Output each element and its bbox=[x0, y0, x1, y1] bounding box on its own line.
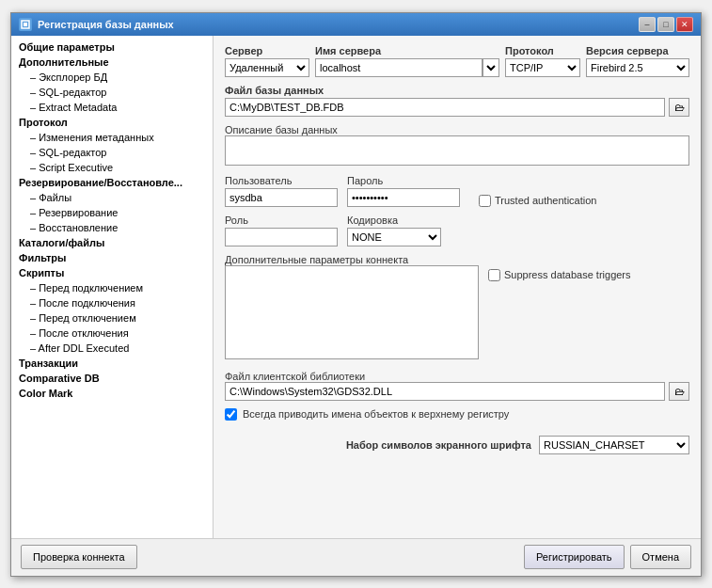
title-buttons: – □ ✕ bbox=[639, 17, 693, 32]
password-input[interactable] bbox=[347, 188, 460, 207]
server-version-label: Версия сервера bbox=[586, 45, 689, 56]
charset-select[interactable]: RUSSIAN_CHARSETDEFAULT_CHARSETANSI_CHARS… bbox=[539, 436, 689, 454]
client-lib-input[interactable] bbox=[225, 382, 665, 401]
sidebar: Общие параметры Дополнительные – Эксплор… bbox=[11, 36, 214, 538]
sidebar-item-comparative-db[interactable]: Comparative DB bbox=[11, 371, 213, 386]
user-pass-section: Пользователь Пароль Trusted authenticati… bbox=[225, 175, 689, 207]
server-type-label: Сервер bbox=[225, 45, 309, 56]
trusted-auth-checkbox[interactable] bbox=[479, 195, 491, 207]
user-group: Пользователь bbox=[225, 175, 338, 207]
sidebar-item-restore[interactable]: – Восстановление bbox=[11, 220, 213, 235]
server-name-dropdown[interactable] bbox=[483, 58, 499, 77]
sidebar-item-sql-editor1[interactable]: – SQL-редактор bbox=[11, 85, 213, 100]
protocol-select[interactable]: TCP/IPNetBEUISPX bbox=[505, 58, 580, 77]
server-row: Сервер УдаленныйЛокальныйEmbedded Имя се… bbox=[225, 45, 689, 77]
password-label: Пароль bbox=[347, 175, 460, 186]
sidebar-item-script-exec[interactable]: – Script Executive bbox=[11, 160, 213, 175]
server-name-group: Имя сервера bbox=[315, 45, 499, 77]
sidebar-item-explorer[interactable]: – Эксплорер БД bbox=[11, 70, 213, 85]
db-file-browse-button[interactable]: 🗁 bbox=[669, 98, 689, 117]
bottom-right: Регистрировать Отмена bbox=[524, 545, 691, 569]
db-file-row: 🗁 bbox=[225, 98, 689, 117]
sidebar-item-files[interactable]: – Файлы bbox=[11, 190, 213, 205]
sidebar-item-catalogs[interactable]: Каталоги/файлы bbox=[11, 235, 213, 250]
trusted-auth-label: Trusted authentication bbox=[495, 195, 596, 206]
encoding-select[interactable]: NONEUTF8WIN1251KOI8R bbox=[347, 228, 441, 246]
sidebar-item-sql-editor2[interactable]: – SQL-редактор bbox=[11, 145, 213, 160]
client-lib-label: Файл клиентской библиотеки bbox=[225, 371, 689, 382]
server-version-select[interactable]: Firebird 2.5Firebird 3.0Firebird 4.0 bbox=[586, 58, 689, 77]
uppercase-checkbox[interactable] bbox=[225, 408, 237, 421]
db-file-input[interactable] bbox=[225, 98, 665, 117]
description-label: Описание базы данных bbox=[225, 124, 689, 135]
role-group: Роль bbox=[225, 215, 338, 246]
sidebar-item-after-disconnect[interactable]: – После отключения bbox=[11, 326, 213, 341]
additional-params-section: Дополнительные параметры коннекта Suppre… bbox=[225, 254, 689, 359]
client-lib-row: 🗁 bbox=[225, 382, 689, 401]
encoding-group: Кодировка NONEUTF8WIN1251KOI8R bbox=[347, 215, 441, 246]
title-bar: Регистрация базы данных – □ ✕ bbox=[11, 13, 701, 36]
db-file-label: Файл базы данных bbox=[225, 85, 689, 96]
svg-rect-1 bbox=[24, 23, 27, 26]
title-bar-left: Регистрация базы данных bbox=[19, 18, 174, 31]
server-type-select[interactable]: УдаленныйЛокальныйEmbedded bbox=[225, 58, 309, 77]
additional-area: Suppress database triggers bbox=[225, 265, 689, 359]
window-title: Регистрация базы данных bbox=[38, 19, 174, 30]
sidebar-item-extract-meta[interactable]: – Extract Metadata bbox=[11, 100, 213, 115]
password-group: Пароль bbox=[347, 175, 460, 207]
sidebar-item-before-connect[interactable]: – Перед подключением bbox=[11, 280, 213, 295]
main-window: Регистрация базы данных – □ ✕ Общие пара… bbox=[10, 12, 702, 577]
sidebar-item-backup-restore[interactable]: Резервирование/Восстановле... bbox=[11, 175, 213, 190]
server-name-input[interactable] bbox=[315, 58, 483, 77]
main-panel: Сервер УдаленныйЛокальныйEmbedded Имя се… bbox=[214, 36, 701, 538]
sidebar-item-filters[interactable]: Фильтры bbox=[11, 250, 213, 265]
additional-params-textarea[interactable] bbox=[225, 265, 479, 359]
minimize-button[interactable]: – bbox=[639, 17, 656, 32]
user-label: Пользователь bbox=[225, 175, 338, 186]
window-icon bbox=[19, 18, 32, 31]
description-textarea[interactable] bbox=[225, 135, 689, 166]
sidebar-item-after-ddl[interactable]: – After DDL Executed bbox=[11, 341, 213, 356]
check-connect-button[interactable]: Проверка коннекта bbox=[21, 545, 137, 569]
suppress-triggers-checkbox[interactable] bbox=[488, 269, 500, 281]
sidebar-item-scripts[interactable]: Скрипты bbox=[11, 265, 213, 280]
client-lib-browse-button[interactable]: 🗁 bbox=[669, 382, 689, 401]
folder-icon: 🗁 bbox=[674, 102, 685, 113]
suppress-triggers-row: Suppress database triggers bbox=[488, 269, 631, 281]
uppercase-row: Всегда приводить имена объектов к верхне… bbox=[225, 408, 689, 421]
bottom-bar: Проверка коннекта Регистрировать Отмена bbox=[11, 538, 701, 576]
charset-label: Набор символов экранного шрифта bbox=[346, 439, 531, 451]
register-button[interactable]: Регистрировать bbox=[524, 545, 625, 569]
protocol-label: Протокол bbox=[505, 45, 580, 56]
cancel-button[interactable]: Отмена bbox=[630, 545, 691, 569]
sidebar-item-additional[interactable]: Дополнительные bbox=[11, 55, 213, 70]
db-file-section: Файл базы данных 🗁 bbox=[225, 85, 689, 117]
role-input[interactable] bbox=[225, 228, 338, 246]
server-name-label: Имя сервера bbox=[315, 45, 499, 56]
folder-icon-2: 🗁 bbox=[674, 386, 685, 397]
trusted-auth-row: Trusted authentication bbox=[479, 195, 596, 207]
uppercase-label: Всегда приводить имена объектов к верхне… bbox=[243, 408, 509, 420]
description-section: Описание базы данных bbox=[225, 124, 689, 167]
sidebar-item-backup[interactable]: – Резервирование bbox=[11, 205, 213, 220]
charset-row: Набор символов экранного шрифта RUSSIAN_… bbox=[225, 436, 689, 454]
sidebar-item-meta-changes[interactable]: – Изменения метаданных bbox=[11, 130, 213, 145]
sidebar-item-before-disconnect[interactable]: – Перед отключением bbox=[11, 310, 213, 326]
sidebar-item-general[interactable]: Общие параметры bbox=[11, 40, 213, 55]
server-type-group: Сервер УдаленныйЛокальныйEmbedded bbox=[225, 45, 309, 77]
role-enc-section: Роль Кодировка NONEUTF8WIN1251KOI8R bbox=[225, 215, 689, 246]
content-area: Общие параметры Дополнительные – Эксплор… bbox=[11, 36, 701, 538]
client-lib-section: Файл клиентской библиотеки 🗁 bbox=[225, 371, 689, 401]
sidebar-item-after-connect[interactable]: – После подключения bbox=[11, 295, 213, 310]
suppress-triggers-label: Suppress database triggers bbox=[504, 269, 631, 280]
encoding-label: Кодировка bbox=[347, 215, 441, 226]
server-version-group: Версия сервера Firebird 2.5Firebird 3.0F… bbox=[586, 45, 689, 77]
maximize-button[interactable]: □ bbox=[657, 17, 674, 32]
sidebar-item-transactions[interactable]: Транзакции bbox=[11, 356, 213, 371]
user-input[interactable] bbox=[225, 188, 338, 207]
bottom-left: Проверка коннекта bbox=[21, 545, 137, 569]
sidebar-item-protocol[interactable]: Протокол bbox=[11, 115, 213, 130]
role-label: Роль bbox=[225, 215, 338, 226]
close-button[interactable]: ✕ bbox=[676, 17, 693, 32]
sidebar-item-color-mark[interactable]: Color Mark bbox=[11, 386, 213, 401]
